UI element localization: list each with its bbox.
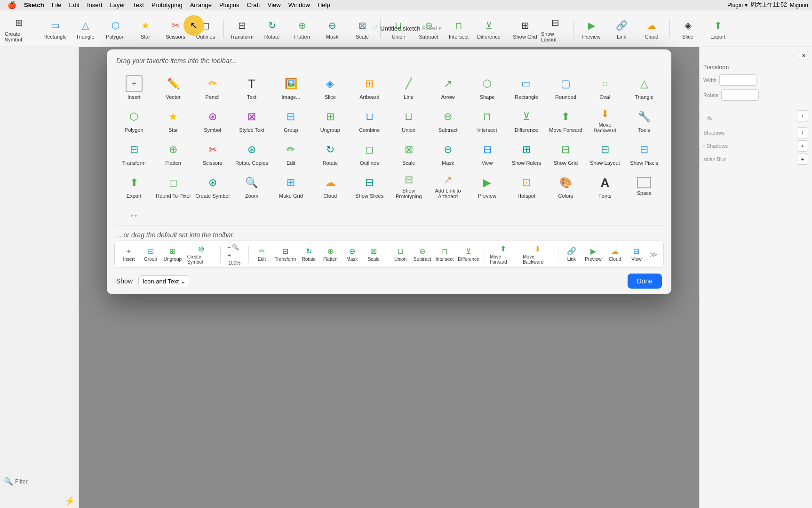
- modal-item-text[interactable]: T Text: [232, 71, 271, 104]
- modal-item-fonts[interactable]: A Fonts: [585, 170, 624, 203]
- modal-item-space[interactable]: Space: [625, 170, 664, 203]
- menu-text[interactable]: Text: [129, 1, 148, 8]
- menu-app[interactable]: Sketch: [20, 1, 48, 8]
- menu-edit[interactable]: Edit: [65, 1, 83, 8]
- toolbar-slice[interactable]: ◈ Slice: [674, 14, 702, 43]
- modal-item-rotate-copies[interactable]: ⊛ Rotate Copies: [232, 137, 271, 170]
- toolbar-rotate[interactable]: ↻ Rotate: [258, 14, 286, 43]
- apple-menu[interactable]: 🍎: [4, 1, 20, 9]
- modal-item-group[interactable]: ⊟ Group: [271, 104, 310, 137]
- modal-strip-insert[interactable]: + Insert: [119, 245, 139, 264]
- modal-item-rotate[interactable]: ↻ Rotate: [310, 137, 350, 170]
- modal-item-add-link-artboard[interactable]: ↗ Add Link to Artboard: [428, 170, 467, 203]
- modal-strip-preview[interactable]: ▶ Preview: [583, 245, 604, 264]
- toolbar-intersect[interactable]: ⊓ Intersect: [445, 14, 473, 43]
- toolbar-polygon[interactable]: ⬡ Polygon: [101, 14, 129, 43]
- toolbar-cloud[interactable]: ☁ Cloud: [637, 14, 666, 43]
- modal-item-symbol[interactable]: ⊛ Symbol: [193, 104, 232, 137]
- width-input[interactable]: [719, 74, 757, 86]
- modal-item-transform[interactable]: ⊟ Transform: [114, 137, 153, 170]
- modal-strip-group[interactable]: ⊟ Group: [140, 245, 161, 264]
- modal-item-show-grid[interactable]: ⊟ Show Grid: [546, 137, 585, 170]
- toolbar-difference[interactable]: ⊻ Difference: [475, 14, 503, 43]
- menu-prototyping[interactable]: Prototyping: [148, 1, 186, 8]
- modal-item-scale[interactable]: ⊠ Scale: [389, 137, 428, 170]
- modal-strip-move-forward[interactable]: ⬆ Move Forward: [487, 242, 519, 266]
- fills-add-btn[interactable]: +: [797, 110, 808, 121]
- modal-item-show-pixels[interactable]: ⊟ Show Pixels: [625, 137, 664, 170]
- modal-item-hotspot[interactable]: ⊡ Hotspot: [507, 170, 546, 203]
- menu-view[interactable]: View: [264, 1, 285, 8]
- modal-strip-flatten[interactable]: ⊕ Flatten: [320, 245, 341, 264]
- toolbar-star[interactable]: ★ Star: [131, 14, 159, 43]
- modal-strip-transform[interactable]: ⊟ Transform: [273, 245, 297, 264]
- modal-item-union[interactable]: ⊔ Union: [389, 104, 428, 137]
- modal-strip-edit[interactable]: ✏ Edit: [251, 245, 272, 264]
- modal-item-ungroup[interactable]: ⊞ Ungroup: [310, 104, 350, 137]
- modal-item-scissors[interactable]: ✂ Scissors: [193, 137, 232, 170]
- menu-craft[interactable]: Craft: [243, 1, 264, 8]
- rotate-input[interactable]: [721, 89, 759, 101]
- canvas-area[interactable]: Drag your favorite items into the toolba…: [79, 47, 699, 508]
- shadows-add-btn[interactable]: +: [797, 127, 808, 138]
- modal-item-image[interactable]: 🖼️ Image...: [271, 71, 310, 104]
- modal-item-round-to-pixel[interactable]: ◻ Round To Pixel: [153, 170, 192, 203]
- toolbar-show-layout[interactable]: ⊟ Show Layout: [541, 14, 569, 43]
- modal-item-rectangle[interactable]: ▭ Rectangle: [507, 71, 546, 104]
- modal-item-oval[interactable]: ○ Oval: [585, 71, 624, 104]
- toolbar-transform[interactable]: ⊟ Transform: [228, 14, 256, 43]
- modal-item-flatten[interactable]: ⊕ Flatten: [153, 137, 192, 170]
- modal-item-make-grid[interactable]: ⊞ Make Grid: [271, 170, 310, 203]
- show-select[interactable]: Icon and Text ⌄: [138, 275, 190, 287]
- modal-item-difference[interactable]: ⊻ Difference: [507, 104, 546, 137]
- modal-item-cloud[interactable]: ☁ Cloud: [310, 170, 350, 203]
- modal-item-arrow[interactable]: ↗ Arrow: [428, 71, 467, 104]
- toolbar-mask[interactable]: ⊖ Mask: [318, 14, 346, 43]
- modal-item-subtract[interactable]: ⊖ Subtract: [428, 104, 467, 137]
- modal-more-button[interactable]: ≫: [648, 250, 660, 259]
- modal-strip-difference[interactable]: ⊻ Difference: [456, 245, 481, 264]
- modal-item-show-prototyping[interactable]: ⊟ Show Prototyping: [389, 170, 428, 203]
- modal-item-move-forward[interactable]: ⬆ Move Forward: [546, 104, 585, 137]
- modal-item-outlines[interactable]: ◻ Outlines: [350, 137, 389, 170]
- modal-item-star[interactable]: ★ Star: [153, 104, 192, 137]
- modal-strip-move-backward[interactable]: ⬇ Move Backward: [520, 242, 555, 266]
- modal-strip-create-symbol[interactable]: ⊛ Create Symbol: [184, 242, 217, 266]
- modal-item-insert[interactable]: + Insert: [114, 71, 153, 104]
- modal-strip-rotate[interactable]: ↻ Rotate: [298, 245, 319, 264]
- modal-item-colors[interactable]: 🎨 Colors: [546, 170, 585, 203]
- modal-strip-scale[interactable]: ⊠ Scale: [363, 245, 384, 264]
- search-input[interactable]: [15, 478, 86, 485]
- modal-item-preview[interactable]: ▶ Preview: [468, 170, 507, 203]
- toolbar-flatten[interactable]: ⊕ Flatten: [288, 14, 316, 43]
- toolbar-triangle[interactable]: △ Triangle: [71, 14, 99, 43]
- modal-strip-mask[interactable]: ⊖ Mask: [342, 245, 362, 264]
- modal-strip-link[interactable]: 🔗 Link: [561, 245, 582, 264]
- modal-item-show-rulers[interactable]: ⊞ Show Rulers: [507, 137, 546, 170]
- menu-help[interactable]: Help: [314, 1, 334, 8]
- modal-strip-zoom[interactable]: －🔍＋ 100%: [223, 242, 245, 267]
- blur-add-btn[interactable]: +: [797, 153, 808, 165]
- menu-insert[interactable]: Insert: [83, 1, 106, 8]
- modal-item-line[interactable]: ╱ Line: [389, 71, 428, 104]
- modal-strip-cloud[interactable]: ☁ Cloud: [605, 245, 625, 264]
- modal-item-combine[interactable]: ⊔ Combine: [350, 104, 389, 137]
- modal-strip-union[interactable]: ⊔ Union: [390, 245, 411, 264]
- modal-item-polygon[interactable]: ⬡ Polygon: [114, 104, 153, 137]
- menu-arrange[interactable]: Arrange: [186, 1, 215, 8]
- modal-item-vector[interactable]: ✏️ Vector: [153, 71, 192, 104]
- close-panel-button[interactable]: ✕: [799, 51, 808, 60]
- modal-item-view[interactable]: ⊟ View: [468, 137, 507, 170]
- modal-item-styled-text[interactable]: ⊠ Styled Text: [232, 104, 271, 137]
- modal-item-flexible-space[interactable]: ↔ Flexible Space: [114, 203, 153, 224]
- done-button[interactable]: Done: [628, 274, 662, 289]
- modal-item-show-layout[interactable]: ⊟ Show Layout: [585, 137, 624, 170]
- modal-item-export[interactable]: ⬆ Export: [114, 170, 153, 203]
- inner-shadows-add-btn[interactable]: +: [797, 140, 808, 152]
- modal-item-tools[interactable]: 🔧 Tools: [625, 104, 664, 137]
- modal-item-mask[interactable]: ⊖ Mask: [428, 137, 467, 170]
- modal-item-triangle[interactable]: △ Triangle: [625, 71, 664, 104]
- toolbar-rectangle[interactable]: ▭ Rectangle: [41, 14, 69, 43]
- menu-layer[interactable]: Layer: [106, 1, 129, 8]
- menu-plugins[interactable]: Plugins: [215, 1, 243, 8]
